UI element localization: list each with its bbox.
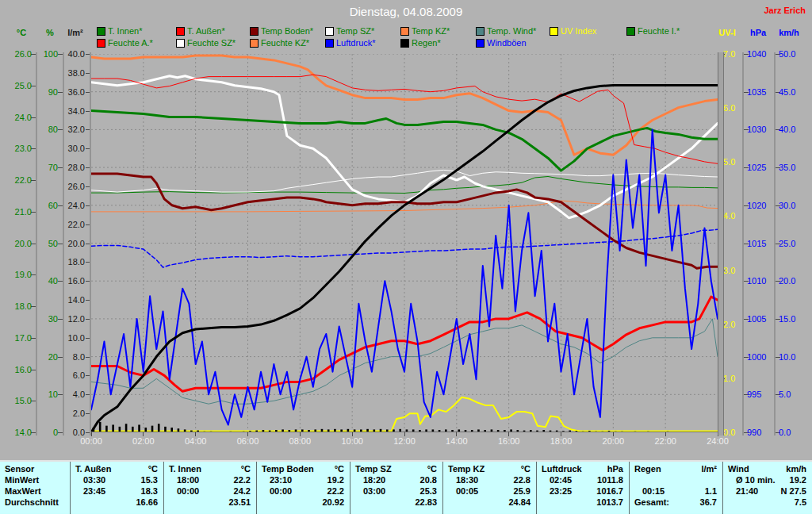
table-column-header: Temp SZ°C bbox=[350, 464, 443, 475]
x-axis-label: 06:00 bbox=[237, 436, 259, 446]
cell-value: 36.7 bbox=[700, 497, 717, 507]
cell-time: 18:20 bbox=[363, 475, 385, 485]
cell-value: 7.5 bbox=[795, 497, 806, 507]
legend-swatch-icon bbox=[476, 27, 485, 36]
legend-swatch-icon bbox=[325, 39, 334, 48]
sensor-unit: °C bbox=[241, 464, 251, 474]
x-axis-label: 24:00 bbox=[707, 436, 729, 446]
cell-value: N 27.5 bbox=[781, 486, 806, 496]
cell-value: 20.8 bbox=[420, 475, 437, 485]
tick-label-rain-axis: 2.0 bbox=[0, 409, 85, 418]
legend-item-label: Temp Boden* bbox=[261, 26, 313, 36]
tick-label-uv-axis: 5.0 bbox=[723, 157, 735, 167]
tick-label-pressure-axis: 990 bbox=[747, 428, 761, 437]
tick-label-rain-axis: 14.0 bbox=[0, 295, 85, 305]
tick-label-windspeed-axis: 5.0 bbox=[779, 389, 791, 399]
cell-value: 1016.7 bbox=[596, 486, 623, 496]
cell-value: 25.3 bbox=[420, 486, 437, 496]
table-row: 00:0022.2 bbox=[257, 486, 350, 497]
cell-value: 24.2 bbox=[234, 486, 251, 496]
table-column-tauen: T. Außen°C03:3015.323:4518.316.66 bbox=[70, 462, 164, 514]
table-column-tempsz: Temp SZ°C18:2020.803:0025.322.83 bbox=[350, 462, 443, 514]
table-row: 00:0525.9 bbox=[443, 486, 537, 497]
tick-label-rain-axis: 36.0 bbox=[0, 87, 85, 97]
cell-avg-label: Gesamt: bbox=[634, 497, 669, 507]
cell-time: 18:30 bbox=[456, 475, 478, 485]
table-row: 18:3022.8 bbox=[443, 475, 537, 486]
tick-label-uv-axis: 6.0 bbox=[723, 103, 735, 113]
x-axis-label: 14:00 bbox=[446, 436, 468, 446]
tick-label-pressure-axis: 1015 bbox=[747, 239, 766, 248]
tick-label-rain-axis: 20.0 bbox=[0, 239, 85, 248]
cell-time: 18:00 bbox=[177, 475, 199, 485]
table-row: 02:451011.8 bbox=[537, 475, 630, 486]
tick-label-pressure-axis: 1010 bbox=[747, 276, 766, 286]
cell-time: 00:00 bbox=[177, 486, 199, 496]
table-column-wind: Windkm/hØ 10 min.19.221:40N 27.57.5 bbox=[722, 462, 812, 514]
table-row: 03:0025.3 bbox=[350, 486, 443, 497]
tick-label-rain-axis: 38.0 bbox=[0, 68, 85, 78]
table-column-luftdruck: LuftdruckhPa02:451011.823:251016.71013.7 bbox=[536, 462, 630, 514]
legend-swatch-icon bbox=[400, 27, 409, 36]
tick-label-pressure-axis: 1030 bbox=[747, 125, 766, 134]
sensor-unit: km/h bbox=[786, 464, 806, 474]
tick-label-uv-axis: 2.0 bbox=[723, 320, 735, 329]
table-row: 18:0022.2 bbox=[164, 475, 257, 486]
sensor-name: T. Innen bbox=[169, 464, 201, 474]
table-row-labels: SensorMinWertMaxWertDurchschnitt bbox=[0, 462, 70, 514]
tick-label-windspeed-axis: 30.0 bbox=[779, 201, 795, 210]
legend-swatch-icon bbox=[250, 39, 259, 48]
table-row: 23:251016.7 bbox=[537, 486, 630, 497]
tick-label-pressure-axis: 1000 bbox=[747, 352, 766, 362]
tick-label-pressure-axis: 1005 bbox=[747, 314, 766, 324]
axis-header-rain-axis: l/m² bbox=[59, 28, 91, 37]
tick-label-rain-axis: 4.0 bbox=[0, 389, 85, 399]
table-row: 21:40N 27.5 bbox=[723, 486, 812, 497]
tick-label-windspeed-axis: 10.0 bbox=[779, 352, 795, 362]
table-column-header: Temp KZ°C bbox=[443, 464, 537, 475]
table-row-label-text: Sensor bbox=[5, 464, 34, 474]
table-row-label: Sensor bbox=[0, 464, 70, 475]
page-title: Dienstag, 04.08.2009 bbox=[0, 5, 812, 18]
chart-right-border bbox=[718, 52, 724, 436]
sensor-unit: °C bbox=[427, 464, 437, 474]
table-column-regen: Regenl/m²00:151.1Gesamt:36.7 bbox=[629, 462, 723, 514]
cell-value: 22.8 bbox=[514, 475, 530, 485]
table-column-header: Windkm/h bbox=[723, 464, 812, 475]
legend-item-label: UV Index bbox=[561, 26, 596, 36]
tick-label-pressure-axis: 1040 bbox=[747, 49, 766, 59]
table-row: 00:0024.2 bbox=[164, 486, 257, 497]
table-row: 18:2020.8 bbox=[350, 475, 443, 486]
tick-label-uv-axis: 7.0 bbox=[723, 49, 735, 59]
tick-label-rain-axis: 22.0 bbox=[0, 220, 85, 229]
table-row: 03:3015.3 bbox=[71, 475, 164, 486]
tick-label-rain-axis: 24.0 bbox=[0, 201, 85, 210]
table-column-header: Temp Boden°C bbox=[257, 464, 350, 475]
table-column-tinnen: T. Innen°C18:0022.200:0024.223.51 bbox=[163, 462, 257, 514]
table-row bbox=[630, 475, 723, 486]
tick-label-rain-axis: 12.0 bbox=[0, 314, 85, 324]
table-column-header: Regenl/m² bbox=[630, 464, 723, 475]
cell-value: 1013.7 bbox=[596, 497, 623, 507]
tick-label-rain-axis: 8.0 bbox=[0, 352, 85, 362]
table-row-label: MinWert bbox=[0, 475, 70, 486]
series-regen_intervall-bar bbox=[125, 424, 128, 432]
sensor-unit: °C bbox=[148, 464, 158, 474]
table-row-label-text: MaxWert bbox=[5, 486, 41, 496]
table-column-tempboden: Temp Boden°C23:1019.200:0022.220.92 bbox=[256, 462, 350, 514]
table-row: 23:1019.2 bbox=[257, 475, 350, 486]
legend-item-label: Temp. Wind* bbox=[487, 26, 536, 36]
sensor-name: Temp Boden bbox=[262, 464, 314, 474]
cell-time: 23:10 bbox=[270, 475, 292, 485]
table-row: Ø 10 min.19.2 bbox=[723, 475, 812, 486]
x-axis-label: 12:00 bbox=[393, 436, 416, 446]
sensor-name: T. Außen bbox=[75, 464, 111, 474]
table-row: 00:151.1 bbox=[630, 486, 723, 497]
sensor-unit: °C bbox=[335, 464, 344, 474]
tick-label-rain-axis: 26.0 bbox=[0, 182, 85, 191]
tick-label-uv-axis: 1.0 bbox=[723, 374, 735, 383]
legend-swatch-icon bbox=[626, 27, 635, 36]
table-row-label-text: Durchschnitt bbox=[5, 497, 59, 507]
series-regen_intervall-bar bbox=[132, 427, 134, 432]
cell-time: Ø 10 min. bbox=[736, 475, 776, 485]
